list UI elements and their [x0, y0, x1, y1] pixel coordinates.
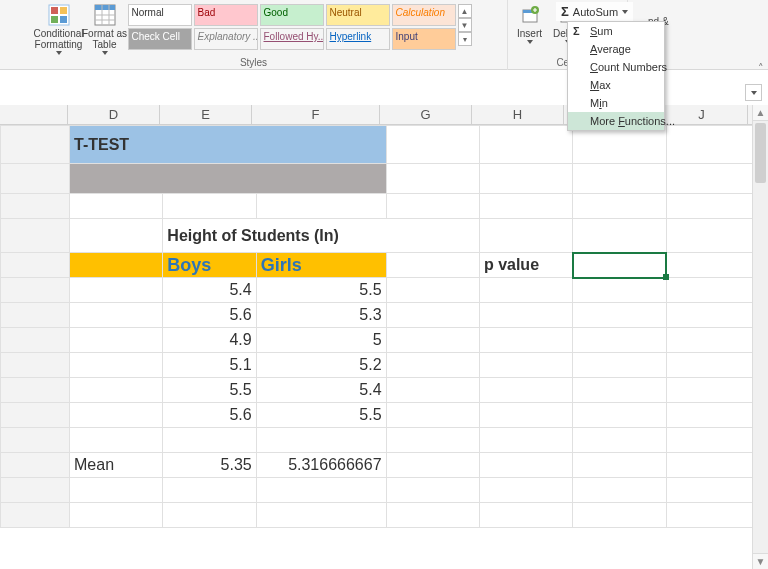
table-heading[interactable]: Height of Students (In) — [163, 219, 480, 253]
selected-cell[interactable] — [573, 253, 666, 278]
sigma-icon: Σ — [561, 4, 569, 19]
gallery-down-icon[interactable]: ▼ — [458, 18, 472, 32]
cell[interactable]: 5.6 — [163, 303, 256, 328]
hdr-girls[interactable]: Girls — [256, 253, 386, 278]
gallery-up-icon[interactable]: ▲ — [458, 4, 472, 18]
menu-count-numbers[interactable]: Count Numbers — [568, 58, 664, 76]
hdr-boys[interactable]: Boys — [163, 253, 256, 278]
cell[interactable]: 5.4 — [163, 278, 256, 303]
scroll-down-icon[interactable]: ▼ — [753, 553, 768, 569]
autosum-button[interactable]: Σ AutoSum — [556, 2, 633, 21]
cell[interactable]: 4.9 — [163, 328, 256, 353]
cell[interactable]: 5.5 — [256, 403, 386, 428]
col-H[interactable]: H — [472, 105, 564, 124]
col-F[interactable]: F — [252, 105, 380, 124]
p-value-label[interactable]: p value — [479, 253, 572, 278]
insert-label: Insert — [517, 28, 542, 39]
style-explanatory[interactable]: Explanatory ... — [194, 28, 258, 50]
insert-icon — [519, 4, 541, 26]
col-E[interactable]: E — [160, 105, 252, 124]
autosum-label: AutoSum — [573, 6, 618, 18]
format-as-table-label: Format as Table — [82, 28, 128, 50]
svg-rect-1 — [51, 7, 58, 14]
styles-group-label: Styles — [240, 57, 267, 70]
insert-cells-button[interactable]: Insert — [511, 2, 549, 44]
dropdown-caret-icon — [56, 51, 62, 55]
svg-rect-6 — [95, 5, 115, 10]
format-as-table-button[interactable]: Format as Table — [82, 2, 128, 55]
cell[interactable]: 5.6 — [163, 403, 256, 428]
menu-sum[interactable]: Sum — [568, 22, 664, 40]
svg-rect-4 — [60, 16, 67, 23]
col-D[interactable]: D — [68, 105, 160, 124]
format-as-table-icon — [94, 4, 116, 26]
style-calculation[interactable]: Calculation — [392, 4, 456, 26]
cell[interactable]: 5 — [256, 328, 386, 353]
hdr-blank[interactable] — [70, 253, 163, 278]
autosum-menu: Sum Average Count Numbers Max Min More F… — [567, 21, 665, 131]
mean-girls[interactable]: 5.316666667 — [256, 453, 386, 478]
menu-max[interactable]: Max — [568, 76, 664, 94]
style-bad[interactable]: Bad — [194, 4, 258, 26]
svg-rect-2 — [60, 7, 67, 14]
cells-table[interactable]: T-TEST Height of Students (In) Boys Girl… — [0, 125, 760, 528]
gallery-more-icon[interactable]: ▾ — [458, 32, 472, 46]
col-G[interactable]: G — [380, 105, 472, 124]
cell[interactable]: 5.4 — [256, 378, 386, 403]
menu-more-functions[interactable]: More Functions... — [568, 112, 664, 130]
mean-boys[interactable]: 5.35 — [163, 453, 256, 478]
cell[interactable]: 5.1 — [163, 353, 256, 378]
scroll-thumb[interactable] — [755, 123, 766, 183]
conditional-formatting-label: Conditional Formatting — [33, 28, 83, 50]
style-hyperlink[interactable]: Hyperlink — [326, 28, 390, 50]
cell[interactable]: 5.5 — [163, 378, 256, 403]
style-neutral[interactable]: Neutral — [326, 4, 390, 26]
grey-merge-cell[interactable] — [70, 164, 387, 194]
style-normal[interactable]: Normal — [128, 4, 192, 26]
vertical-scrollbar[interactable]: ▲ ▼ — [752, 105, 768, 569]
mean-label[interactable]: Mean — [70, 453, 163, 478]
conditional-formatting-button[interactable]: Conditional Formatting — [36, 2, 82, 55]
dropdown-caret-icon — [622, 10, 628, 14]
ribbon: Conditional Formatting Format as Table N… — [0, 0, 628, 70]
title-cell[interactable]: T-TEST — [70, 126, 387, 164]
gallery-scroll[interactable]: ▲ ▼ ▾ — [458, 4, 472, 46]
cell[interactable]: 5.5 — [256, 278, 386, 303]
style-input[interactable]: Input — [392, 28, 456, 50]
style-followed-hyperlink[interactable]: Followed Hy... — [260, 28, 324, 50]
cell[interactable]: 5.3 — [256, 303, 386, 328]
cell[interactable]: 5.2 — [256, 353, 386, 378]
style-good[interactable]: Good — [260, 4, 324, 26]
menu-min[interactable]: Min — [568, 94, 664, 112]
scroll-up-icon[interactable]: ▲ — [753, 105, 768, 121]
ribbon-collapse-icon[interactable]: ˄ — [758, 62, 764, 75]
style-check-cell[interactable]: Check Cell — [128, 28, 192, 50]
svg-rect-3 — [51, 16, 58, 23]
conditional-formatting-icon — [48, 4, 70, 26]
cell-styles-gallery[interactable]: Normal Bad Good Neutral Calculation Chec… — [128, 2, 456, 50]
formula-bar-expand-icon[interactable] — [745, 84, 762, 101]
dropdown-caret-icon — [527, 40, 533, 44]
worksheet-grid[interactable]: D E F G H I J T-TEST Height of Students … — [0, 105, 760, 528]
dropdown-caret-icon — [102, 51, 108, 55]
menu-average[interactable]: Average — [568, 40, 664, 58]
